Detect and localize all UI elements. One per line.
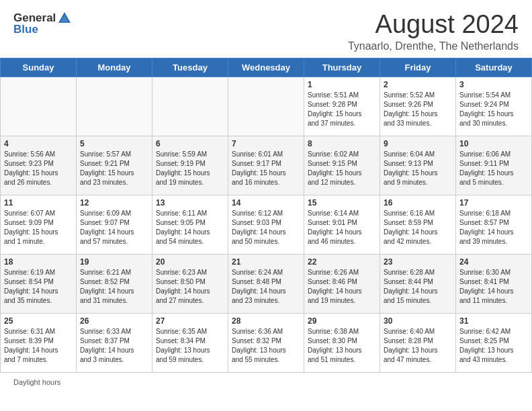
day-info: Sunrise: 6:33 AMSunset: 8:37 PMDaylight:… <box>80 327 148 365</box>
day-info: Sunrise: 6:06 AMSunset: 9:11 PMDaylight:… <box>459 150 528 187</box>
calendar-day-cell: 28Sunrise: 6:36 AMSunset: 8:32 PMDayligh… <box>228 313 304 372</box>
day-header-wednesday: Wednesday <box>228 58 304 77</box>
calendar-day-cell: 5Sunrise: 5:57 AMSunset: 9:21 PMDaylight… <box>77 136 152 195</box>
day-number: 20 <box>156 257 224 267</box>
calendar-day-cell: 13Sunrise: 6:11 AMSunset: 9:05 PMDayligh… <box>152 195 228 254</box>
calendar-day-cell: 16Sunrise: 6:16 AMSunset: 8:59 PMDayligh… <box>380 195 456 254</box>
calendar-day-cell: 8Sunrise: 6:02 AMSunset: 9:15 PMDaylight… <box>304 136 380 195</box>
calendar-day-cell: 20Sunrise: 6:23 AMSunset: 8:50 PMDayligh… <box>152 254 228 313</box>
calendar-day-cell: 9Sunrise: 6:04 AMSunset: 9:13 PMDaylight… <box>380 136 456 195</box>
calendar-day-cell: 7Sunrise: 6:01 AMSunset: 9:17 PMDaylight… <box>228 136 304 195</box>
day-info: Sunrise: 5:56 AMSunset: 9:23 PMDaylight:… <box>4 150 73 187</box>
day-number: 4 <box>4 139 73 148</box>
day-number: 27 <box>156 316 224 326</box>
day-number: 5 <box>80 139 148 148</box>
calendar-header-row: SundayMondayTuesdayWednesdayThursdayFrid… <box>1 58 532 77</box>
day-header-monday: Monday <box>77 58 152 77</box>
day-info: Sunrise: 6:38 AMSunset: 8:30 PMDaylight:… <box>308 327 376 365</box>
calendar-day-cell: 23Sunrise: 6:28 AMSunset: 8:44 PMDayligh… <box>380 254 456 313</box>
calendar-day-cell <box>1 77 77 136</box>
calendar-week-row: 4Sunrise: 5:56 AMSunset: 9:23 PMDaylight… <box>1 136 532 195</box>
day-number: 21 <box>232 257 300 267</box>
day-info: Sunrise: 6:31 AMSunset: 8:39 PMDaylight:… <box>4 327 73 365</box>
location-title: Tynaarlo, Drenthe, The Netherlands <box>348 40 519 52</box>
day-number: 25 <box>4 316 73 326</box>
day-info: Sunrise: 6:09 AMSunset: 9:07 PMDaylight:… <box>80 209 148 246</box>
logo: General Blue <box>13 11 72 36</box>
month-title: August 2024 <box>348 11 519 39</box>
day-info: Sunrise: 6:30 AMSunset: 8:41 PMDaylight:… <box>459 268 528 306</box>
calendar-day-cell: 11Sunrise: 6:07 AMSunset: 9:09 PMDayligh… <box>1 195 77 254</box>
day-info: Sunrise: 6:23 AMSunset: 8:50 PMDaylight:… <box>156 268 224 306</box>
calendar-day-cell: 14Sunrise: 6:12 AMSunset: 9:03 PMDayligh… <box>228 195 304 254</box>
calendar-day-cell: 27Sunrise: 6:35 AMSunset: 8:34 PMDayligh… <box>152 313 228 372</box>
day-number: 13 <box>156 198 224 208</box>
calendar-week-row: 18Sunrise: 6:19 AMSunset: 8:54 PMDayligh… <box>1 254 532 313</box>
calendar-day-cell: 18Sunrise: 6:19 AMSunset: 8:54 PMDayligh… <box>1 254 77 313</box>
day-number: 22 <box>308 257 376 267</box>
day-info: Sunrise: 6:24 AMSunset: 8:48 PMDaylight:… <box>232 268 300 306</box>
calendar-day-cell: 24Sunrise: 6:30 AMSunset: 8:41 PMDayligh… <box>456 254 532 313</box>
calendar-week-row: 11Sunrise: 6:07 AMSunset: 9:09 PMDayligh… <box>1 195 532 254</box>
day-number: 18 <box>4 257 73 267</box>
calendar-day-cell <box>228 77 304 136</box>
day-info: Sunrise: 6:14 AMSunset: 9:01 PMDaylight:… <box>308 209 376 246</box>
day-number: 14 <box>232 198 300 208</box>
calendar-day-cell: 29Sunrise: 6:38 AMSunset: 8:30 PMDayligh… <box>304 313 380 372</box>
day-number: 17 <box>459 198 528 208</box>
day-number: 7 <box>232 139 300 148</box>
day-number: 8 <box>308 139 376 148</box>
title-area: August 2024 Tynaarlo, Drenthe, The Nethe… <box>348 11 519 52</box>
day-info: Sunrise: 6:40 AMSunset: 8:28 PMDaylight:… <box>384 327 452 365</box>
header: General Blue August 2024 Tynaarlo, Drent… <box>0 0 532 58</box>
day-info: Sunrise: 6:42 AMSunset: 8:25 PMDaylight:… <box>459 327 528 365</box>
day-info: Sunrise: 5:57 AMSunset: 9:21 PMDaylight:… <box>80 150 148 187</box>
day-number: 3 <box>459 80 528 89</box>
day-info: Sunrise: 5:54 AMSunset: 9:24 PMDaylight:… <box>459 91 528 128</box>
logo-blue: Blue <box>13 23 38 36</box>
day-info: Sunrise: 6:12 AMSunset: 9:03 PMDaylight:… <box>232 209 300 246</box>
calendar-day-cell <box>77 77 152 136</box>
day-number: 1 <box>308 80 376 89</box>
day-number: 24 <box>459 257 528 267</box>
calendar-day-cell: 30Sunrise: 6:40 AMSunset: 8:28 PMDayligh… <box>380 313 456 372</box>
day-info: Sunrise: 6:11 AMSunset: 9:05 PMDaylight:… <box>156 209 224 246</box>
day-header-friday: Friday <box>380 58 456 77</box>
calendar-day-cell: 17Sunrise: 6:18 AMSunset: 8:57 PMDayligh… <box>456 195 532 254</box>
day-info: Sunrise: 5:52 AMSunset: 9:26 PMDaylight:… <box>384 91 452 128</box>
day-info: Sunrise: 6:35 AMSunset: 8:34 PMDaylight:… <box>156 327 224 365</box>
day-info: Sunrise: 5:51 AMSunset: 9:28 PMDaylight:… <box>308 91 376 128</box>
day-info: Sunrise: 6:19 AMSunset: 8:54 PMDaylight:… <box>4 268 73 306</box>
day-number: 28 <box>232 316 300 326</box>
day-number: 19 <box>80 257 148 267</box>
calendar-week-row: 1Sunrise: 5:51 AMSunset: 9:28 PMDaylight… <box>1 77 532 136</box>
day-info: Sunrise: 6:21 AMSunset: 8:52 PMDaylight:… <box>80 268 148 306</box>
day-number: 29 <box>308 316 376 326</box>
calendar-day-cell: 4Sunrise: 5:56 AMSunset: 9:23 PMDaylight… <box>1 136 77 195</box>
calendar-day-cell: 31Sunrise: 6:42 AMSunset: 8:25 PMDayligh… <box>456 313 532 372</box>
day-number: 10 <box>459 139 528 148</box>
calendar-day-cell: 22Sunrise: 6:26 AMSunset: 8:46 PMDayligh… <box>304 254 380 313</box>
calendar-day-cell: 2Sunrise: 5:52 AMSunset: 9:26 PMDaylight… <box>380 77 456 136</box>
day-number: 11 <box>4 198 73 208</box>
calendar-day-cell: 10Sunrise: 6:06 AMSunset: 9:11 PMDayligh… <box>456 136 532 195</box>
day-number: 6 <box>156 139 224 148</box>
calendar-day-cell: 6Sunrise: 5:59 AMSunset: 9:19 PMDaylight… <box>152 136 228 195</box>
day-info: Sunrise: 6:28 AMSunset: 8:44 PMDaylight:… <box>384 268 452 306</box>
day-info: Sunrise: 6:07 AMSunset: 9:09 PMDaylight:… <box>4 209 73 246</box>
calendar-day-cell: 15Sunrise: 6:14 AMSunset: 9:01 PMDayligh… <box>304 195 380 254</box>
calendar-day-cell: 25Sunrise: 6:31 AMSunset: 8:39 PMDayligh… <box>1 313 77 372</box>
day-number: 30 <box>384 316 452 326</box>
logo-icon <box>57 11 72 26</box>
calendar-day-cell: 26Sunrise: 6:33 AMSunset: 8:37 PMDayligh… <box>77 313 152 372</box>
day-number: 26 <box>80 316 148 326</box>
daylight-label: Daylight hours <box>13 378 60 386</box>
day-info: Sunrise: 6:26 AMSunset: 8:46 PMDaylight:… <box>308 268 376 306</box>
calendar-week-row: 25Sunrise: 6:31 AMSunset: 8:39 PMDayligh… <box>1 313 532 372</box>
day-header-saturday: Saturday <box>456 58 532 77</box>
day-info: Sunrise: 6:04 AMSunset: 9:13 PMDaylight:… <box>384 150 452 187</box>
day-info: Sunrise: 6:02 AMSunset: 9:15 PMDaylight:… <box>308 150 376 187</box>
day-header-tuesday: Tuesday <box>152 58 228 77</box>
day-number: 23 <box>384 257 452 267</box>
day-number: 15 <box>308 198 376 208</box>
